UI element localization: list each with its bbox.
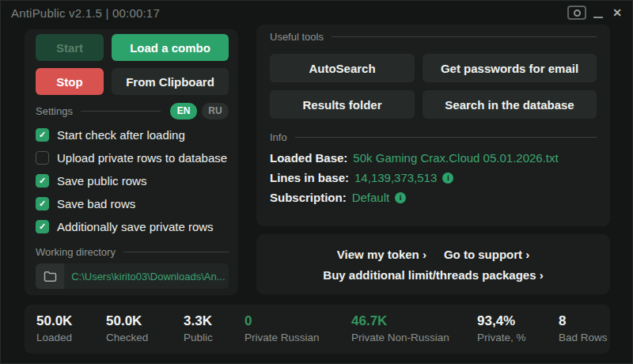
info-icon[interactable]: i [395,192,406,203]
divider [332,36,597,37]
circle-icon [574,9,581,17]
useful-tools-grid: AutoSearch Get passwords for email Resul… [270,54,597,119]
stat-value: 8 [559,313,608,329]
close-icon: ✕ [612,6,622,19]
stat-value: 93,4% [477,313,526,329]
stat-public: 3.3K Public [184,313,213,343]
info-label: Info [270,131,287,143]
stat-bad-rows: 8 Bad Rows [559,313,608,343]
stat-checked: 50.0K Checked [106,313,148,343]
close-button[interactable]: ✕ [610,6,624,19]
stat-label: Private, % [477,332,526,343]
stats-bar: 50.0K Loaded 50.0K Checked 3.3K Public 0… [25,305,610,354]
stat-private-non-russian: 46.7K Private Non-Russian [351,313,449,343]
loaded-base-value: 50k Gaming Crax.Cloud 05.01.2026.txt [353,151,558,165]
start-button[interactable]: Start [36,34,104,61]
browse-folder-button[interactable] [36,264,64,289]
loaded-base-row: Loaded Base: 50k Gaming Crax.Cloud 05.01… [270,148,597,168]
stat-loaded: 50.0K Loaded [36,313,72,343]
checkbox-label: Additionally save private rows [57,220,214,233]
window-title: AntiPublic v2.1.5 | 00:00:17 [11,6,160,20]
check-icon: ✓ [39,131,46,139]
load-combo-button[interactable]: Load a combo [112,34,229,61]
stat-label: Checked [106,332,148,343]
checkbox-save-bad-rows[interactable]: ✓ Save bad rows [36,192,229,215]
checkbox-upload-private-rows[interactable]: ✓ Upload private rows to database [36,146,229,169]
folder-icon [44,271,57,282]
lines-in-base-value: 14,139,373,513 [354,171,437,184]
account-links-panel: View my token › Go to support › Buy addi… [256,234,610,294]
checkbox[interactable]: ✓ [36,197,49,210]
language-ru-toggle[interactable]: RU [202,103,229,119]
checkbox-save-private-rows[interactable]: ✓ Additionally save private rows [36,215,229,238]
checkbox-start-check-after-loading[interactable]: ✓ Start check after loading [36,123,229,146]
results-folder-button[interactable]: Results folder [270,90,415,119]
divider [81,111,161,112]
window-controls: ✕ [567,6,624,20]
titlebar: AntiPublic v2.1.5 | 00:00:17 ✕ [1,1,632,25]
info-icon[interactable]: i [442,173,453,184]
divider [123,252,229,252]
buy-packages-link[interactable]: Buy additional limit/threads packages › [323,268,543,282]
support-link[interactable]: Go to support › [444,248,529,261]
subscription-label: Subscription: [270,191,347,204]
language-en-toggle[interactable]: EN [170,103,197,119]
useful-tools-label: Useful tools [270,31,324,43]
stat-label: Bad Rows [559,332,608,343]
working-directory-label: Working directory [36,246,116,258]
tools-info-panel: Useful tools AutoSearch Get passwords fo… [256,25,610,226]
minimize-button[interactable] [593,7,603,18]
stat-value: 50.0K [36,313,72,329]
subscription-value: Default [352,191,390,204]
stat-value: 3.3K [184,313,213,329]
checkbox-label: Save bad rows [57,197,135,210]
view-token-link[interactable]: View my token › [337,248,426,261]
stat-value: 46.7K [351,313,449,329]
lines-in-base-row: Lines in base: 14,139,373,513 i [270,168,597,188]
check-icon: ✓ [39,176,46,185]
lines-in-base-label: Lines in base: [270,171,349,184]
checkbox[interactable]: ✓ [36,220,49,233]
stat-value: 0 [244,313,320,329]
subscription-row: Subscription: Default i [270,188,597,207]
working-directory-input[interactable]: C:\Users\kirito03\Downloads\An... [36,264,229,289]
divider [295,137,597,138]
checkbox-label: Start check after loading [57,128,185,142]
stat-label: Public [184,332,213,343]
checkbox[interactable]: ✓ [36,128,49,142]
stat-label: Private Russian [244,332,320,343]
control-panel: Start Load a combo Stop From Clipboard S… [25,29,238,295]
stat-label: Private Non-Russian [351,332,449,343]
from-clipboard-button[interactable]: From Clipboard [112,68,229,95]
autosearch-button[interactable]: AutoSearch [270,54,415,82]
stat-value: 50.0K [106,313,148,329]
checkbox-save-public-rows[interactable]: ✓ Save public rows [36,169,229,192]
settings-checkbox-list: ✓ Start check after loading ✓ Upload pri… [36,123,229,238]
settings-label: Settings [36,105,73,117]
checkbox[interactable]: ✓ [36,151,49,165]
stat-private-percent: 93,4% Private, % [477,313,526,343]
search-database-button[interactable]: Search in the database [423,90,597,119]
checkbox[interactable]: ✓ [36,174,49,188]
pin-window-button[interactable] [567,6,586,20]
checkbox-label: Upload private rows to database [57,151,227,165]
loaded-base-label: Loaded Base: [270,151,347,165]
stat-private-russian: 0 Private Russian [244,313,320,343]
stop-button[interactable]: Stop [36,68,104,95]
working-directory-path: C:\Users\kirito03\Downloads\An... [64,264,229,289]
get-passwords-button[interactable]: Get passwords for email [423,54,597,82]
info-rows: Loaded Base: 50k Gaming Crax.Cloud 05.01… [270,148,597,207]
check-icon: ✓ [39,222,46,231]
checkbox-label: Save public rows [57,174,146,188]
stat-label: Loaded [36,332,72,343]
check-icon: ✓ [39,199,46,208]
